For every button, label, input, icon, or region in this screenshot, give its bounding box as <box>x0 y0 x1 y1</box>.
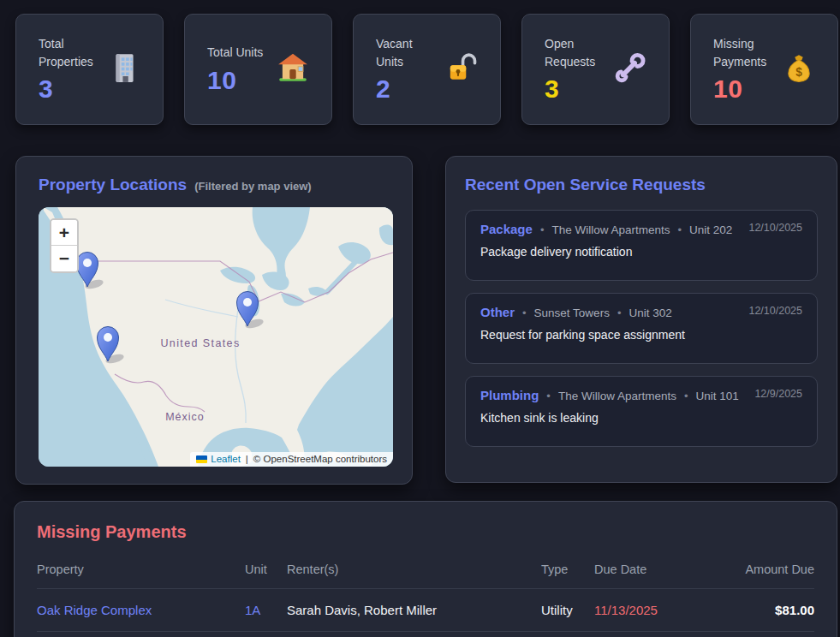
bullet-separator: • <box>678 223 682 236</box>
request-unit: Unit 302 <box>629 307 671 319</box>
request-list: Package • The Willow Apartments • Unit 2… <box>465 210 818 447</box>
stat-label: Total Units <box>207 44 263 61</box>
map-zoom-control: + − <box>50 218 79 273</box>
request-unit: Unit 101 <box>696 390 739 402</box>
stat-label: Missing Payments <box>713 35 777 70</box>
column-header-due-date: Due Date <box>594 563 736 576</box>
service-requests-title: Recent Open Service Requests <box>465 176 706 193</box>
stat-label: Total Properties <box>39 35 103 70</box>
missing-payments-panel: Missing Payments Property Unit Renter(s)… <box>14 501 837 637</box>
unit-link[interactable]: 1A <box>245 603 287 617</box>
stat-card-total-properties: Total Properties 3 <box>15 14 164 125</box>
property-locations-title: Property Locations <box>39 176 187 194</box>
request-category: Plumbing <box>480 388 539 402</box>
stat-card-missing-payments: Missing Payments 10 $ <box>690 14 838 125</box>
column-header-property: Property <box>37 563 245 576</box>
request-category: Package <box>480 222 533 236</box>
request-category: Other <box>480 305 515 319</box>
stat-label: Vacant Units <box>376 35 440 70</box>
request-description: Kitchen sink is leaking <box>480 411 802 425</box>
bullet-separator: • <box>546 390 551 402</box>
request-date: 12/10/2025 <box>748 305 802 317</box>
stat-card-vacant-units: Vacant Units 2 <box>353 14 501 125</box>
ukraine-flag-icon <box>196 455 207 463</box>
request-card: Plumbing • The Willow Apartments • Unit … <box>465 376 818 447</box>
bullet-separator: • <box>522 307 527 319</box>
request-description: Request for parking space assignment <box>480 328 802 342</box>
stats-row: Total Properties 3 Total Units 10 <box>15 14 838 125</box>
house-icon <box>277 51 309 87</box>
map-attribution: Leaflet | © OpenStreetMap contributors <box>190 452 393 467</box>
table-header-row: Property Unit Renter(s) Type Due Date Am… <box>37 557 814 589</box>
map-label-mexico: México <box>165 411 205 423</box>
request-description: Package delivery notification <box>480 245 802 259</box>
stat-card-open-requests: Open Requests 3 <box>521 14 670 125</box>
stat-card-total-units: Total Units 10 <box>184 14 332 125</box>
map-canvas: United States México <box>39 207 393 467</box>
column-header-amount-due: Amount Due <box>736 563 814 576</box>
missing-payments-title: Missing Payments <box>37 522 187 541</box>
request-unit: Unit 202 <box>689 223 732 236</box>
bullet-separator: • <box>540 223 545 236</box>
request-date: 12/10/2025 <box>748 222 802 234</box>
request-property: The Willow Apartments <box>558 390 676 402</box>
leaflet-map[interactable]: United States México + − Leaflet | © Ope… <box>39 207 393 467</box>
column-header-renters: Renter(s) <box>287 563 541 576</box>
map-label-united-states: United States <box>160 337 240 349</box>
wrench-icon <box>614 51 646 87</box>
unlock-icon <box>445 51 478 87</box>
stat-value: 10 <box>713 74 777 104</box>
table-row: Oak Ridge Complex 1A Sarah Davis, Robert… <box>37 589 814 632</box>
property-locations-panel: Property Locations (Filtered by map view… <box>15 156 413 485</box>
due-date-cell: 11/13/2025 <box>594 603 736 617</box>
stat-value: 3 <box>545 74 609 104</box>
renters-cell: Sarah Davis, Robert Miller <box>287 603 541 617</box>
stat-label: Open Requests <box>545 35 609 70</box>
request-card: Package • The Willow Apartments • Unit 2… <box>465 210 818 281</box>
column-header-type: Type <box>541 563 594 576</box>
property-link[interactable]: Oak Ridge Complex <box>37 603 245 617</box>
osm-attribution-link[interactable]: © OpenStreetMap contributors <box>253 454 387 464</box>
request-date: 12/9/2025 <box>754 388 802 400</box>
amount-due-cell: $81.00 <box>736 603 814 617</box>
money-bag-icon: $ <box>783 51 815 87</box>
stat-value: 3 <box>39 74 103 104</box>
zoom-in-button[interactable]: + <box>51 220 77 246</box>
request-property: Sunset Towers <box>534 307 610 319</box>
building-icon <box>108 51 140 87</box>
zoom-out-button[interactable]: − <box>51 246 77 271</box>
request-card: Other • Sunset Towers • Unit 302 12/10/2… <box>465 293 818 364</box>
service-requests-panel: Recent Open Service Requests Package • T… <box>445 156 837 483</box>
attribution-separator: | <box>244 454 250 464</box>
property-locations-subtitle: (Filtered by map view) <box>194 180 312 193</box>
leaflet-link[interactable]: Leaflet <box>211 454 241 464</box>
svg-text:$: $ <box>795 66 802 79</box>
type-cell: Utility <box>541 603 594 617</box>
column-header-unit: Unit <box>245 563 287 576</box>
missing-payments-table: Property Unit Renter(s) Type Due Date Am… <box>37 557 814 632</box>
stat-value: 2 <box>376 74 440 104</box>
bullet-separator: • <box>617 307 622 319</box>
stat-value: 10 <box>207 66 263 95</box>
bullet-separator: • <box>684 390 688 402</box>
request-property: The Willow Apartments <box>551 223 670 236</box>
